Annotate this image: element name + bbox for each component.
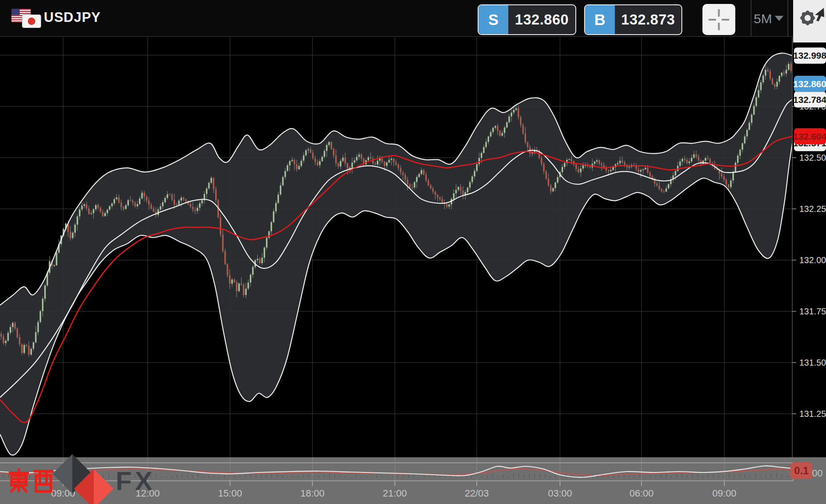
time-label: 03:00 xyxy=(548,488,572,499)
time-label: 22/03 xyxy=(464,488,489,499)
sell-button[interactable]: S 132.860 xyxy=(478,4,576,35)
sell-tag: S xyxy=(479,5,508,34)
price-axis: 132.75132.50132.25132.00131.75131.50131.… xyxy=(792,37,826,458)
buy-price: 132.873 xyxy=(615,5,681,34)
scale-badge: 0.1 xyxy=(791,462,812,479)
time-label: 09:00 xyxy=(51,488,75,499)
jp-flag-icon xyxy=(22,14,41,28)
trading-app-window: 132.75132.50132.25132.00131.75131.50131.… xyxy=(0,0,826,504)
chart-background xyxy=(0,37,826,458)
price-chart[interactable]: 132.75132.50132.25132.00131.75131.50131.… xyxy=(0,0,826,504)
price-tick-label: 131.25 xyxy=(799,409,826,419)
price-tick-label: 131.50 xyxy=(799,358,826,367)
cursor-icon xyxy=(815,8,824,21)
buy-tag: B xyxy=(585,5,615,34)
symbol-title: USDJPY xyxy=(44,10,101,25)
bar-divider xyxy=(751,0,752,37)
bb-middle-pill-label: 132.784 xyxy=(793,95,826,105)
pair-flags-icon xyxy=(11,8,43,30)
time-label: 15:00 xyxy=(218,488,242,499)
price-tick-label: 132.25 xyxy=(799,204,826,214)
ma-value-pill-label: 132.604 xyxy=(793,131,826,141)
time-label: 09:00 xyxy=(712,488,736,499)
partial-time-label: 00 xyxy=(812,468,822,479)
bar-divider xyxy=(787,0,788,37)
time-label: 12:00 xyxy=(135,488,160,499)
settings-button[interactable] xyxy=(793,0,826,42)
navigator-strip[interactable]: 09:0012:0015:0018:0021:0022/0303:0006:00… xyxy=(0,458,826,504)
chevron-down-icon xyxy=(775,16,783,21)
timeframe-dropdown[interactable]: 5M xyxy=(752,0,786,37)
price-tick-label: 132.00 xyxy=(799,255,826,265)
top-bar: USDJPY S 132.860 B 132.873 5M xyxy=(0,0,826,37)
time-label: 18:00 xyxy=(300,488,324,499)
buy-button[interactable]: B 132.873 xyxy=(584,4,682,35)
time-label: 06:00 xyxy=(629,488,653,499)
crosshair-icon xyxy=(702,4,735,35)
price-tick-label: 131.75 xyxy=(799,307,826,316)
bb-upper-pill-label: 132.998 xyxy=(793,50,826,60)
timeframe-label: 5M xyxy=(754,11,772,26)
time-label: 21:00 xyxy=(383,488,407,499)
sell-price: 132.860 xyxy=(508,5,575,34)
gear-icon xyxy=(800,10,816,26)
crosshair-button[interactable] xyxy=(702,4,735,35)
current-price-pill-label: 132.860 xyxy=(793,79,826,89)
price-tick-label: 132.50 xyxy=(799,153,826,162)
